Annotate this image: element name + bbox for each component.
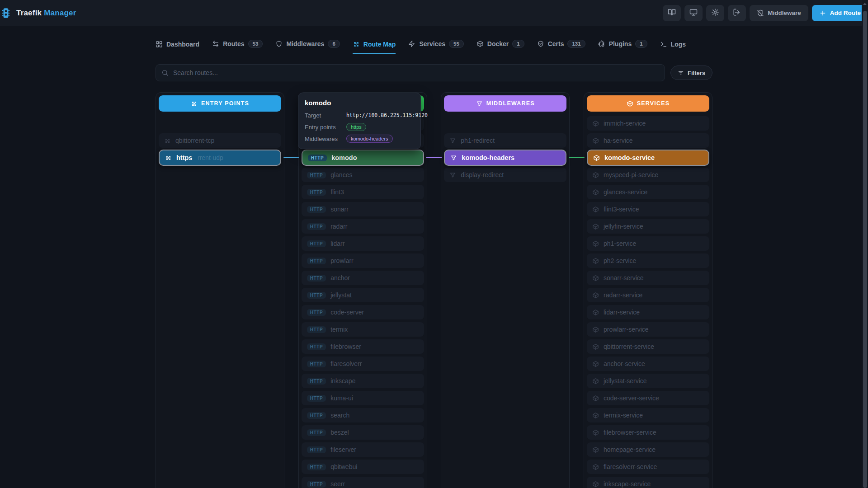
tab-label: Dashboard [166,41,199,48]
node-glances[interactable]: HTTPglances [302,168,424,182]
node-label: ha-service [604,137,633,144]
node-flint3-service[interactable]: flint3-service [587,202,709,216]
connector-routes-to-middlewares [426,157,442,158]
tab-certs[interactable]: Certs131 [537,40,585,54]
node-ph2-service[interactable]: ph2-service [587,253,709,268]
node-qbittorrent-tcp[interactable]: qbittorrent-tcp [159,133,281,148]
export-button[interactable] [728,5,746,21]
node-radarr[interactable]: HTTPradarr [302,219,424,234]
scrollbar-thumb[interactable] [863,11,867,488]
tab-services[interactable]: Services55 [408,40,463,54]
node-filebrowser-service[interactable]: filebrowser-service [587,425,709,440]
http-badge: HTTP [307,464,326,470]
node-myspeed-pi-service[interactable]: myspeed-pi-service [587,168,709,182]
tooltip-title: komodo [305,99,414,107]
ghost-node-label: rrent-udp [198,154,223,161]
node-sonarr[interactable]: HTTPsonarr [302,202,424,216]
node-fileserver[interactable]: HTTPfileserver [302,442,424,457]
display-button[interactable] [684,5,703,21]
tab-docker[interactable]: Docker1 [476,40,524,54]
node-glances-service[interactable]: glances-service [587,185,709,199]
tab-label: Logs [671,41,686,48]
http-badge: HTTP [307,309,326,316]
node-lidarr-service[interactable]: lidarr-service [587,305,709,319]
node-label: radarr [330,223,347,230]
node-ph1-service[interactable]: ph1-service [587,236,709,251]
tooltip-entrypoints-label: Entry points [305,124,346,131]
node-qbittorrent-service[interactable]: qbittorrent-service [587,339,709,354]
node-beszel[interactable]: HTTPbeszel [302,425,424,440]
node-search[interactable]: HTTPsearch [302,408,424,422]
node-kuma-ui[interactable]: HTTPkuma-ui [302,391,424,405]
column-header-middlewares: MIDDLEWARES [444,95,566,112]
box-icon [592,206,599,213]
node-code-server-service[interactable]: code-server-service [587,391,709,405]
node-inkscape[interactable]: HTTPinkscape [302,374,424,388]
box-icon [592,446,599,453]
node-radarr-service[interactable]: radarr-service [587,288,709,302]
node-homepage-service[interactable]: homepage-service [587,442,709,457]
node-komodo-headers[interactable]: komodo-headers [444,150,566,166]
tab-dashboard[interactable]: Dashboard [156,41,199,54]
search-input[interactable] [173,69,659,76]
node-komodo-service[interactable]: komodo-service [587,150,709,166]
middleware-button[interactable]: Middleware [750,5,808,21]
node-label: myspeed-pi-service [604,171,658,178]
scrollbar-up-arrow[interactable] [863,3,867,5]
tab-logs[interactable]: Logs [660,41,686,54]
node-termix-service[interactable]: termix-service [587,408,709,422]
logout-icon [733,8,741,18]
node-immich-service[interactable]: immich-service [587,116,709,131]
tooltip-target-value: http://100.86.225.115:9120 [346,112,428,118]
filters-button[interactable]: Filters [670,66,712,80]
box-icon [592,343,599,350]
tab-routes[interactable]: Routes53 [212,40,263,54]
node-jellyfin-service[interactable]: jellyfin-service [587,219,709,234]
node-flint3[interactable]: HTTPflint3 [302,185,424,199]
funnel-icon [450,155,457,161]
tab-count-badge: 131 [567,40,585,48]
settings-button[interactable] [706,5,724,21]
node-jellystat[interactable]: HTTPjellystat [302,288,424,302]
node-prowlarr[interactable]: HTTPprowlarr [302,253,424,268]
add-route-button[interactable]: Add Route [812,5,868,21]
box-icon [592,275,599,282]
node-anchor[interactable]: HTTPanchor [302,271,424,285]
tab-label: Certs [548,40,564,47]
tab-middlewares[interactable]: Middlewares6 [275,40,340,54]
node-termix[interactable]: HTTPtermix [302,322,424,337]
column-list-entry-points: qbittorrent-tcphttpsrrent-udp [159,133,281,166]
node-inkscape-service[interactable]: inkscape-service [587,477,709,488]
node-label: jellyfin-service [604,223,643,230]
box-icon [592,361,599,367]
tab-route-map[interactable]: Route Map [353,41,396,54]
node-sonarr-service[interactable]: sonarr-service [587,271,709,285]
book-open-icon [668,8,676,18]
node-flaresolverr[interactable]: HTTPflaresolverr [302,357,424,371]
node-seerr[interactable]: HTTPseerr [302,477,424,488]
node-flaresolverr-service[interactable]: flaresolverr-service [587,460,709,474]
column-title: SERVICES [637,100,670,107]
node-label: glances [330,171,352,178]
node-label: beszel [330,429,349,436]
node-filebrowser[interactable]: HTTPfilebrowser [302,339,424,354]
node-display-redirect[interactable]: display-redirect [444,168,566,182]
node-ph1-redirect[interactable]: ph1-redirect [444,133,566,148]
node-code-server[interactable]: HTTPcode-server [302,305,424,319]
http-badge: HTTP [307,378,326,385]
crossarrows-icon [353,41,360,48]
docs-button[interactable] [663,5,681,21]
node-qbitwebui[interactable]: HTTPqbitwebui [302,460,424,474]
node-label: glances-service [604,188,647,196]
http-badge: HTTP [307,292,326,299]
column-entry-points: ENTRY POINTSqbittorrent-tcphttpsrrent-ud… [156,92,284,488]
node-jellystat-service[interactable]: jellystat-service [587,374,709,388]
node-prowlarr-service[interactable]: prowlarr-service [587,322,709,337]
tab-plugins[interactable]: Plugins1 [598,40,647,54]
column-header-entry-points: ENTRY POINTS [159,95,281,112]
node-komodo[interactable]: HTTPkomodo [302,150,424,166]
node-ha-service[interactable]: ha-service [587,133,709,148]
node-https[interactable]: httpsrrent-udp [159,150,281,166]
node-anchor-service[interactable]: anchor-service [587,357,709,371]
node-lidarr[interactable]: HTTPlidarr [302,236,424,251]
